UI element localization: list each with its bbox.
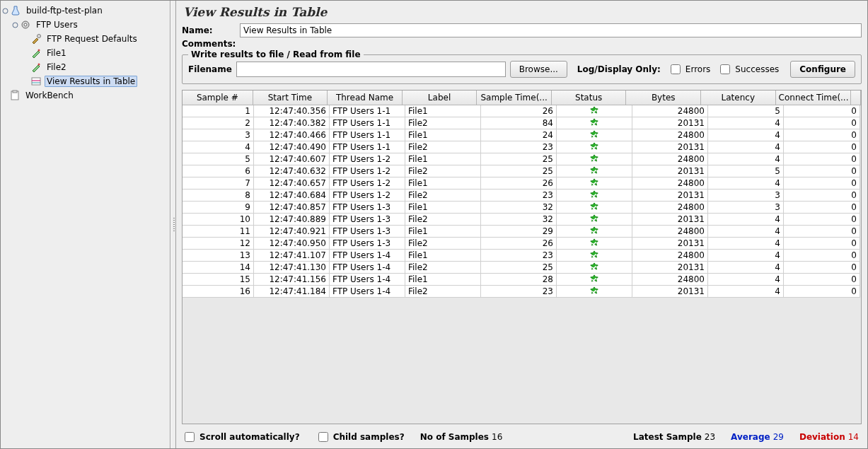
column-header[interactable]: Status xyxy=(552,91,627,105)
svg-point-8 xyxy=(38,64,40,66)
table-cell: 20131 xyxy=(632,214,708,226)
table-cell: 16 xyxy=(183,286,254,298)
successes-checkbox-input[interactable] xyxy=(720,64,730,74)
status-success-icon xyxy=(557,105,632,117)
table-cell: 4 xyxy=(183,141,254,153)
table-header[interactable]: Sample #Start TimeThread NameLabelSample… xyxy=(183,91,861,105)
column-header[interactable]: Label xyxy=(403,91,478,105)
table-cell: File1 xyxy=(405,153,481,165)
tree-label: build-ftp-test-plan xyxy=(24,5,105,16)
table-cell: 7 xyxy=(183,177,254,189)
table-cell: 24800 xyxy=(632,226,708,238)
results-table[interactable]: Sample #Start TimeThread NameLabelSample… xyxy=(182,90,862,424)
groupbox-legend: Write results to file / Read from file xyxy=(188,49,364,59)
name-label: Name: xyxy=(182,25,240,35)
table-cell: FTP Users 1-3 xyxy=(330,202,405,214)
column-header[interactable]: Connect Time(... xyxy=(776,91,852,105)
column-header[interactable]: Sample Time(... xyxy=(477,91,552,105)
table-cell: 4 xyxy=(708,286,784,298)
app-root: build-ftp-test-plan FTP Users FTP Reques… xyxy=(0,0,868,449)
status-success-icon xyxy=(557,214,632,226)
table-row[interactable]: 512:47:40.607FTP Users 1-2File1252480040 xyxy=(183,153,861,165)
table-row[interactable]: 1512:47:41.156FTP Users 1-4File128248004… xyxy=(183,274,861,286)
table-cell: File2 xyxy=(405,286,481,298)
tree-label: File2 xyxy=(45,62,69,73)
table-cell: 0 xyxy=(784,274,860,286)
errors-checkbox[interactable]: Errors xyxy=(668,62,711,76)
table-row[interactable]: 312:47:40.466FTP Users 1-1File1242480040 xyxy=(183,129,861,141)
table-row[interactable]: 1312:47:41.107FTP Users 1-4File123248004… xyxy=(183,250,861,262)
table-cell: FTP Users 1-1 xyxy=(330,129,405,141)
table-cell: 20131 xyxy=(632,286,708,298)
table-cell: 3 xyxy=(708,202,784,214)
tree-node-results[interactable]: View Results in Table xyxy=(2,74,170,88)
browse-button[interactable]: Browse... xyxy=(510,61,567,78)
status-success-icon xyxy=(557,238,632,250)
table-cell: 4 xyxy=(708,117,784,129)
table-cell: 0 xyxy=(784,117,860,129)
column-header[interactable]: Sample # xyxy=(183,91,253,105)
table-cell: 6 xyxy=(183,165,254,177)
table-cell: 12:47:40.921 xyxy=(254,226,330,238)
table-cell: 0 xyxy=(784,129,860,141)
table-row[interactable]: 112:47:40.356FTP Users 1-1File1262480050 xyxy=(183,105,861,117)
filename-input[interactable] xyxy=(236,62,506,77)
table-cell: 12:47:40.466 xyxy=(254,129,330,141)
name-input[interactable] xyxy=(240,23,862,37)
table-cell: 25 xyxy=(481,165,557,177)
toggle-icon[interactable] xyxy=(2,8,8,14)
split-handle[interactable] xyxy=(170,1,176,448)
table-row[interactable]: 1412:47:41.130FTP Users 1-4File225201314… xyxy=(183,262,861,274)
clipboard-icon xyxy=(9,90,21,101)
test-plan-tree[interactable]: build-ftp-test-plan FTP Users FTP Reques… xyxy=(1,1,170,448)
successes-checkbox[interactable]: Successes xyxy=(717,62,779,76)
column-header[interactable]: Bytes xyxy=(626,91,701,105)
tree-node-defaults[interactable]: FTP Request Defaults xyxy=(2,32,170,46)
tree-node-workbench[interactable]: WorkBench xyxy=(2,88,170,103)
table-row[interactable]: 912:47:40.857FTP Users 1-3File1322480030 xyxy=(183,202,861,214)
configure-button[interactable]: Configure xyxy=(790,61,855,78)
tree-node-testplan[interactable]: build-ftp-test-plan xyxy=(2,4,170,18)
column-header[interactable]: Thread Name xyxy=(328,91,403,105)
table-cell: 32 xyxy=(481,214,557,226)
table-cell: 24800 xyxy=(632,274,708,286)
table-row[interactable]: 1012:47:40.889FTP Users 1-3File232201314… xyxy=(183,214,861,226)
child-samples-label: Child samples? xyxy=(333,432,405,442)
child-samples-checkbox-input[interactable] xyxy=(318,432,328,442)
tree-node-file2[interactable]: File2 xyxy=(2,60,170,74)
toggle-icon[interactable] xyxy=(12,22,18,28)
scrollbar-gutter xyxy=(851,91,861,105)
table-cell: 12:47:40.356 xyxy=(254,105,330,117)
scroll-auto-checkbox-input[interactable] xyxy=(185,432,195,442)
table-cell: 28 xyxy=(481,274,557,286)
table-row[interactable]: 612:47:40.632FTP Users 1-2File2252013150 xyxy=(183,165,861,177)
tree-label: FTP Request Defaults xyxy=(45,33,139,45)
table-row[interactable]: 412:47:40.490FTP Users 1-1File2232013140 xyxy=(183,141,861,153)
column-header[interactable]: Latency xyxy=(701,91,776,105)
table-cell: 0 xyxy=(784,189,860,202)
tree-node-threadgroup[interactable]: FTP Users xyxy=(2,18,170,32)
table-row[interactable]: 212:47:40.382FTP Users 1-1File2842013140 xyxy=(183,117,861,129)
tree-node-file1[interactable]: File1 xyxy=(2,46,170,60)
table-row[interactable]: 1212:47:40.950FTP Users 1-3File226201314… xyxy=(183,238,861,250)
table-cell: File2 xyxy=(405,238,481,250)
table-row[interactable]: 1612:47:41.184FTP Users 1-4File223201314… xyxy=(183,286,861,298)
table-cell: FTP Users 1-3 xyxy=(330,214,405,226)
scroll-auto-checkbox[interactable]: Scroll automatically? xyxy=(182,430,300,444)
column-header[interactable]: Start Time xyxy=(253,91,328,105)
errors-checkbox-input[interactable] xyxy=(671,64,681,74)
table-row[interactable]: 1112:47:40.921FTP Users 1-3File129248004… xyxy=(183,226,861,238)
table-cell: 4 xyxy=(708,238,784,250)
table-cell: 12:47:40.950 xyxy=(254,238,330,250)
table-cell: FTP Users 1-2 xyxy=(330,189,405,202)
table-cell: 9 xyxy=(183,202,254,214)
table-body[interactable]: 112:47:40.356FTP Users 1-1File1262480050… xyxy=(183,105,861,298)
filename-label: Filename xyxy=(188,64,232,74)
child-samples-checkbox[interactable]: Child samples? xyxy=(316,430,405,444)
table-cell: 26 xyxy=(481,177,557,189)
table-row[interactable]: 712:47:40.657FTP Users 1-2File1262480040 xyxy=(183,177,861,189)
table-cell: 2 xyxy=(183,117,254,129)
successes-checkbox-label: Successes xyxy=(735,64,779,74)
table-row[interactable]: 812:47:40.684FTP Users 1-2File2232013130 xyxy=(183,189,861,202)
table-cell: 20131 xyxy=(632,238,708,250)
